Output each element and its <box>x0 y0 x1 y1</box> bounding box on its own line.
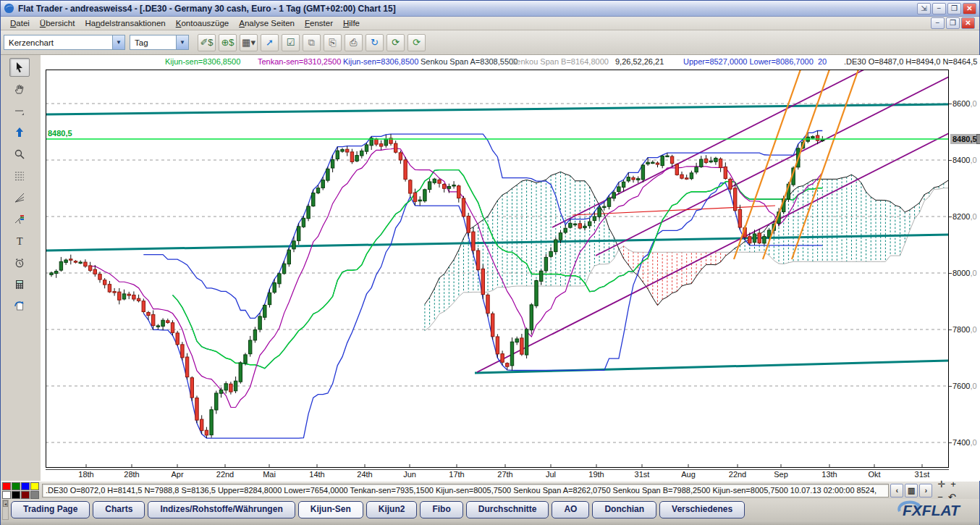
menu-item-handelstransaktionen[interactable]: Handelstransaktionen <box>80 17 170 29</box>
add-study-icon[interactable]: ⊕$ <box>219 34 237 51</box>
calculator-tool[interactable] <box>9 275 30 294</box>
tab-indizes-rohstoffe-w-hrungen[interactable]: Indizes/Rohstoffe/Währungen <box>148 501 295 518</box>
tab-kijun2[interactable]: Kijun2 <box>366 501 418 518</box>
chevron-down-icon[interactable]: ▼ <box>112 35 124 49</box>
palette-swatch[interactable] <box>12 491 20 499</box>
chart-window: Kijun-sen=8306,8500Tenkan-sen=8310,2500K… <box>41 55 980 481</box>
document-icon[interactable]: ⎘ <box>324 34 342 51</box>
x-axis-label: 22nd <box>216 470 234 479</box>
zoom-in-icon[interactable]: + <box>950 479 956 490</box>
fan-tool[interactable] <box>9 188 30 207</box>
chart-type-select[interactable]: Kerzenchart ▼ <box>4 35 125 50</box>
pointer-tool[interactable] <box>9 58 30 77</box>
status-bar: .DE30 O=8072,0 H=8141,5 N=7988,8 S=8136,… <box>1 481 979 499</box>
menu-item-datei[interactable]: Datei <box>5 17 35 29</box>
y-axis-label: 8600,0 <box>952 99 977 108</box>
candles <box>50 131 824 439</box>
mini-chart-icon[interactable]: ⧉ <box>303 34 321 51</box>
palette-swatch[interactable] <box>2 482 11 490</box>
tab-verschiedenes[interactable]: Verschiedenes <box>659 501 745 518</box>
menu-item-hilfe[interactable]: Hilfe <box>338 17 365 29</box>
y-axis-label: 7800,0 <box>952 325 977 334</box>
minimize-all-button[interactable]: ⇲ <box>917 3 931 14</box>
menu-item--bersicht[interactable]: Übersicht <box>35 17 80 29</box>
chevron-down-icon[interactable]: ▼ <box>176 35 188 49</box>
legend-item-7: .DE30 O=8487,0 H=8494,0 N=8464,5 S=8480,… <box>844 57 980 66</box>
tab-scrollbar[interactable]: ◂ <box>2 500 9 520</box>
move-icon[interactable]: ✛ <box>937 479 945 490</box>
apply-study-icon[interactable]: ⟳ <box>386 34 405 51</box>
order-tool-icon[interactable]: ✐$ <box>198 34 216 51</box>
pan-tool[interactable] <box>9 80 30 98</box>
x-axis-label: Mai <box>263 470 276 479</box>
tab-charts[interactable]: Charts <box>93 501 145 518</box>
status-ohlc-readout: .DE30 O=8072,0 H=8141,5 N=7988,8 S=8136,… <box>42 484 889 497</box>
scroll-left-button[interactable]: ‹ <box>890 484 903 497</box>
printer-icon[interactable]: ⎙ <box>345 34 363 51</box>
color-palette[interactable] <box>2 482 39 499</box>
zoom-tool[interactable] <box>9 145 30 164</box>
x-axis-label: 28th <box>124 470 139 479</box>
mdi-minimize-button[interactable]: − <box>931 17 945 29</box>
x-axis-label: Aug <box>681 470 696 479</box>
y-axis-tick <box>949 160 952 161</box>
fan-tool-icon <box>14 192 25 203</box>
palette-swatch[interactable] <box>21 482 30 490</box>
tab-kijun-sen[interactable]: Kijun-Sen <box>298 501 363 518</box>
axis-scrollbar-thumb[interactable] <box>976 134 980 144</box>
horizontal-level-line <box>475 361 949 373</box>
tab-durchschnitte[interactable]: Durchschnitte <box>466 501 549 518</box>
tab-fibo[interactable]: Fibo <box>420 501 462 518</box>
legend-item-0: Kijun-sen=8306,8500 <box>165 57 240 66</box>
arrow-tool-icon <box>14 127 25 138</box>
palette-swatch[interactable] <box>21 491 30 499</box>
minimize-button[interactable]: − <box>932 3 946 14</box>
alarm-tool[interactable] <box>9 253 30 272</box>
menu-item-kontoausz-ge[interactable]: Kontoauszüge <box>171 17 235 29</box>
title-bar: Flat Trader - andreasweiss4 - [.DE30 - G… <box>1 1 979 17</box>
period-select[interactable]: Tag ▼ <box>130 35 189 50</box>
ichimoku-cloud <box>425 172 949 330</box>
y-axis-label: 7400,0 <box>952 438 977 447</box>
toolbar-buttons: ✐$⊕$▦▾➚☑⧉⎘⎙↻⟳⟳ <box>198 34 426 51</box>
palette-swatch[interactable] <box>30 482 39 490</box>
calculator-tool-icon <box>14 279 25 290</box>
pitchfork-tool[interactable] <box>9 210 30 229</box>
menu-item-fenster[interactable]: Fenster <box>300 17 338 29</box>
menu-item-analyse-seiten[interactable]: Analyse Seiten <box>234 17 300 29</box>
trend-chart-icon[interactable]: ➚ <box>261 34 279 51</box>
tab-trading-page[interactable]: Trading Page <box>11 501 90 518</box>
edit-check-icon[interactable]: ☑ <box>282 34 300 51</box>
bar-spacing-button[interactable]: ▥ <box>905 484 918 497</box>
bottom-strip <box>1 521 979 525</box>
orange-trend-line <box>763 70 829 259</box>
app-logo-icon <box>4 3 14 14</box>
horizontal-level-line <box>46 104 949 114</box>
palette-swatch[interactable] <box>12 482 20 490</box>
refresh-icon[interactable]: ↻ <box>366 34 384 51</box>
mdi-restore-button[interactable]: ❐ <box>946 17 960 29</box>
fibonacci-tool[interactable] <box>9 167 30 185</box>
tab-donchian[interactable]: Donchian <box>592 501 656 518</box>
rotate-tool[interactable] <box>9 297 30 316</box>
grid-snap-icon[interactable]: ▦▾ <box>240 34 258 51</box>
scroll-right-button[interactable]: › <box>919 484 932 497</box>
arrow-tool[interactable] <box>9 123 30 142</box>
line-tool[interactable] <box>9 101 30 120</box>
tab-ao[interactable]: AO <box>552 501 589 518</box>
y-axis-tick <box>949 386 952 387</box>
x-axis-label: 22nd <box>729 470 746 479</box>
text-tool[interactable]: T <box>9 232 30 251</box>
chart-plot-area[interactable] <box>46 70 949 468</box>
menu-bar: DateiÜbersichtHandelstransaktionenKontoa… <box>1 17 979 30</box>
mdi-close-button[interactable]: ✕ <box>961 17 975 29</box>
close-button[interactable]: ✕ <box>963 3 976 14</box>
palette-swatch[interactable] <box>30 491 39 499</box>
indicator-legend: Kijun-sen=8306,8500Tenkan-sen=8310,2500K… <box>41 57 980 67</box>
x-axis-label: Okt <box>868 470 880 479</box>
palette-swatch[interactable] <box>2 491 11 499</box>
apply-study-2-icon[interactable]: ⟳ <box>407 34 426 51</box>
restore-button[interactable]: ❐ <box>947 3 961 14</box>
drawing-tool-rail: T <box>1 55 41 481</box>
legend-item-1: Tenkan-sen=8310,2500 <box>258 57 341 66</box>
